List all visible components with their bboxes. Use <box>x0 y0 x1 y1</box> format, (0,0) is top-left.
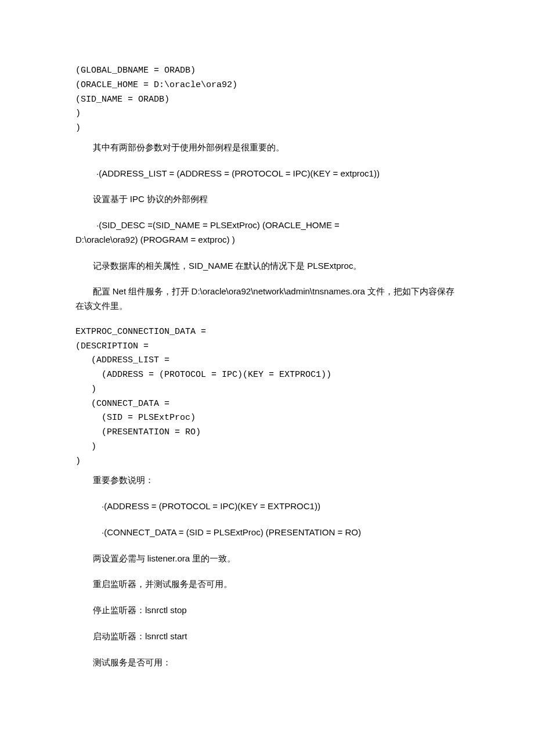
code-line: (SID = PLSExtProc) <box>75 413 196 423</box>
text: SID_NAME <box>189 261 233 271</box>
document-page: (GLOBAL_DBNAME = ORADB) (ORACLE_HOME = D… <box>0 0 534 756</box>
paragraph: 配置 Net 组件服务，打开 D:\oracle\ora92\network\a… <box>75 285 459 314</box>
text: 配置 <box>93 287 113 296</box>
text: D:\oracle\ora92\network\admin\tnsnames.o… <box>192 286 365 296</box>
text: 协议的外部例程 <box>145 195 208 204</box>
code-block-listener: (GLOBAL_DBNAME = ORADB) (ORACLE_HOME = D… <box>75 64 459 136</box>
paragraph: 记录数据库的相关属性，SID_NAME 在默认的情况下是 PLSExtproc。 <box>75 259 459 273</box>
text: ·(SID_DESC =(SID_NAME = PLSExtProc) (ORA… <box>75 218 340 233</box>
code-line: (CONNECT_DATA = <box>75 399 169 409</box>
text: 设置基于 <box>93 195 130 204</box>
code-line: (DESCRIPTION = <box>75 341 149 351</box>
paragraph-code: ·(ADDRESS_LIST = (ADDRESS = (PROTOCOL = … <box>75 167 459 181</box>
code-line: (ADDRESS_LIST = <box>75 355 169 365</box>
text: PLSExtproc <box>307 261 353 271</box>
text: listener.ora <box>147 553 190 563</box>
text: IPC <box>130 194 145 204</box>
code-line: ) <box>75 442 96 452</box>
text: lsnrctl stop <box>145 605 187 615</box>
text: 两设置必需与 <box>93 554 147 563</box>
code-line: ) <box>75 384 96 394</box>
code-line: EXTPROC_CONNECTION_DATA = <box>75 327 206 337</box>
paragraph: 测试服务是否可用： <box>75 656 459 670</box>
paragraph: 重要参数说明： <box>75 473 459 488</box>
text: Net <box>113 286 126 296</box>
paragraph-code: ·(ADDRESS = (PROTOCOL = IPC)(KEY = EXTPR… <box>75 499 459 514</box>
code-block-tnsnames: EXTPROC_CONNECTION_DATA = (DESCRIPTION =… <box>75 325 459 469</box>
text: lsnrctl start <box>145 631 187 641</box>
text: 。 <box>353 261 362 271</box>
paragraph: 其中有两部份参数对于使用外部例程是很重要的。 <box>75 141 459 155</box>
text: D:\oracle\ora92) (PROGRAM = extproc) ) <box>75 235 235 244</box>
paragraph: 两设置必需与 listener.ora 里的一致。 <box>75 552 459 566</box>
text: 在默认的情况下是 <box>233 261 308 271</box>
code-line: ) <box>75 456 81 466</box>
text: 启动监听器： <box>93 632 145 641</box>
paragraph: 重启监听器，并测试服务是否可用。 <box>75 577 459 592</box>
code-line: (GLOBAL_DBNAME = ORADB) <box>75 66 196 75</box>
text: 里的一致。 <box>190 554 236 563</box>
code-line: (ORACLE_HOME = D:\oracle\ora92) <box>75 80 237 90</box>
text: 停止监听器： <box>93 606 145 615</box>
paragraph-code: ·(CONNECT_DATA = (SID = PLSExtProc) (PRE… <box>75 525 459 540</box>
paragraph: 启动监听器：lsnrctl start <box>75 629 459 644</box>
text: 记录数据库的相关属性， <box>93 261 189 271</box>
code-line: ) <box>75 109 81 118</box>
code-line: (PRESENTATION = RO) <box>75 427 201 437</box>
code-line: (ADDRESS = (PROTOCOL = IPC)(KEY = EXTPRO… <box>75 370 331 380</box>
code-line: ) <box>75 123 81 133</box>
paragraph: 停止监听器：lsnrctl stop <box>75 603 459 618</box>
text: 组件服务，打开 <box>126 287 192 296</box>
code-line: (SID_NAME = ORADB) <box>75 95 169 105</box>
paragraph: 设置基于 IPC 协议的外部例程 <box>75 192 459 207</box>
paragraph-code: ·(SID_DESC =(SID_NAME = PLSExtProc) (ORA… <box>75 218 459 247</box>
